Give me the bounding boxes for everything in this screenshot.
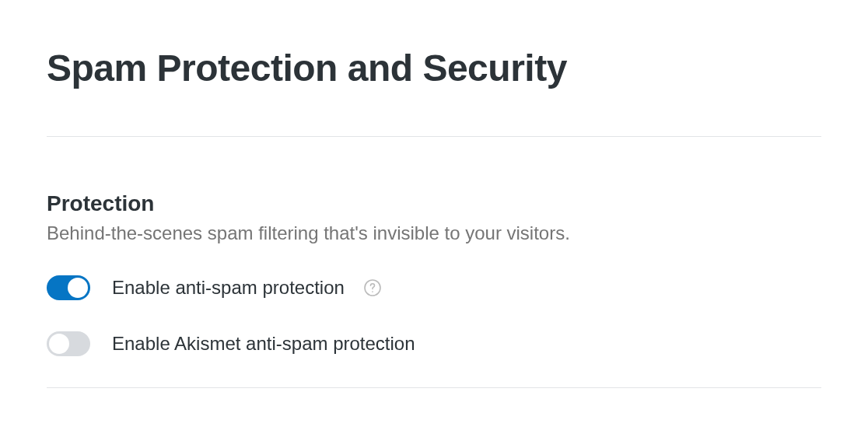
akismet-toggle[interactable] bbox=[47, 331, 90, 356]
protection-section: Protection Behind-the-scenes spam filter… bbox=[47, 191, 821, 356]
akismet-row: Enable Akismet anti-spam protection bbox=[47, 331, 821, 356]
page-title: Spam Protection and Security bbox=[47, 47, 821, 89]
help-icon[interactable] bbox=[363, 278, 382, 297]
anti-spam-toggle[interactable] bbox=[47, 275, 90, 300]
anti-spam-label: Enable anti-spam protection bbox=[112, 277, 345, 299]
akismet-label: Enable Akismet anti-spam protection bbox=[112, 333, 415, 355]
anti-spam-row: Enable anti-spam protection bbox=[47, 275, 821, 300]
protection-description: Behind-the-scenes spam filtering that's … bbox=[47, 222, 821, 244]
toggle-knob bbox=[68, 278, 88, 298]
protection-heading: Protection bbox=[47, 191, 821, 216]
divider bbox=[47, 136, 821, 137]
svg-point-1 bbox=[372, 291, 373, 292]
divider bbox=[47, 387, 821, 388]
toggle-knob bbox=[49, 334, 69, 354]
